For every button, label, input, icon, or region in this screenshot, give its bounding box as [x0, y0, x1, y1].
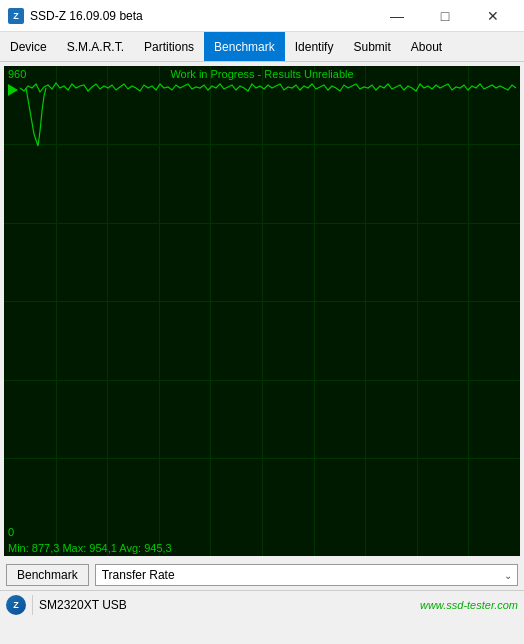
status-app-icon: Z [6, 595, 26, 615]
status-separator [32, 595, 33, 615]
status-bar: Z SM2320XT USB www.ssd-tester.com [0, 590, 524, 618]
menu-partitions[interactable]: Partitions [134, 32, 204, 61]
menu-device[interactable]: Device [0, 32, 57, 61]
title-bar: Z SSD-Z 16.09.09 beta — □ ✕ [0, 0, 524, 32]
menu-identify[interactable]: Identify [285, 32, 344, 61]
window-title: SSD-Z 16.09.09 beta [30, 9, 143, 23]
menu-bar: Device S.M.A.R.T. Partitions Benchmark I… [0, 32, 524, 62]
maximize-button[interactable]: □ [422, 0, 468, 32]
svg-marker-0 [8, 84, 18, 96]
menu-smart[interactable]: S.M.A.R.T. [57, 32, 134, 61]
window-controls: — □ ✕ [374, 0, 516, 32]
app-icon: Z [8, 8, 24, 24]
title-bar-left: Z SSD-Z 16.09.09 beta [8, 8, 143, 24]
menu-benchmark[interactable]: Benchmark [204, 32, 285, 61]
menu-submit[interactable]: Submit [343, 32, 400, 61]
status-website: www.ssd-tester.com [420, 599, 518, 611]
menu-about[interactable]: About [401, 32, 452, 61]
benchmark-chart: 960 Work in Progress - Results Unreliabl… [4, 66, 520, 556]
close-button[interactable]: ✕ [470, 0, 516, 32]
bottom-controls: Benchmark Transfer Rate ⌄ [0, 560, 524, 590]
dropdown-container: Transfer Rate ⌄ [95, 564, 518, 586]
status-drive-text: SM2320XT USB [39, 598, 127, 612]
benchmark-line-svg [4, 66, 520, 556]
benchmark-button[interactable]: Benchmark [6, 564, 89, 586]
transfer-rate-dropdown[interactable]: Transfer Rate [95, 564, 518, 586]
minimize-button[interactable]: — [374, 0, 420, 32]
